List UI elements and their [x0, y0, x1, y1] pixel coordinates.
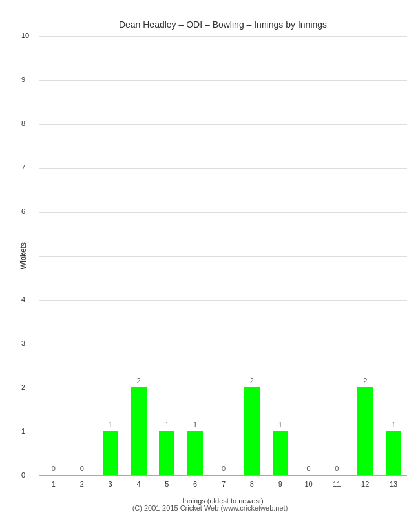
y-tick-label: 2	[21, 383, 25, 391]
y-tick-label: 5	[21, 251, 25, 259]
bar-value-label: 1	[278, 421, 282, 428]
grid-line	[39, 212, 407, 213]
bar-value-label: 0	[52, 465, 56, 472]
grid-line	[39, 256, 407, 257]
bar	[187, 431, 203, 475]
y-tick-label: 8	[21, 120, 25, 127]
bar-value-label: 2	[136, 377, 140, 385]
bar	[386, 431, 401, 475]
bar-value-label: 2	[250, 377, 254, 385]
x-tick-label: 1	[52, 480, 56, 488]
y-tick-label: 0	[21, 471, 25, 479]
y-tick-label: 1	[21, 427, 25, 435]
x-tick-label: 8	[250, 480, 254, 488]
grid-line	[39, 168, 407, 169]
grid-line	[39, 300, 407, 301]
grid-line	[39, 388, 407, 388]
y-tick-label: 7	[21, 164, 25, 171]
x-tick-label: 11	[333, 480, 341, 488]
bar-value-label: 1	[165, 421, 169, 428]
bar-value-label: 2	[363, 377, 367, 385]
bar	[273, 431, 288, 475]
bar-value-label: 1	[392, 421, 395, 428]
bar-value-label: 0	[306, 465, 310, 472]
y-tick-label: 6	[21, 207, 25, 215]
bar	[357, 387, 373, 475]
x-tick-label: 5	[165, 480, 169, 488]
bar-value-label: 1	[109, 421, 112, 428]
footer-text: (C) 2001-2015 Cricket Web (www.cricketwe…	[0, 504, 420, 512]
y-tick-label: 10	[21, 32, 29, 39]
bar-value-label: 0	[80, 465, 84, 472]
x-tick-label: 10	[304, 480, 312, 488]
x-tick-label: 2	[80, 480, 84, 488]
bar	[244, 387, 260, 475]
x-tick-label: 3	[109, 480, 112, 488]
chart-area: 0123456789101020314251617082911001101221…	[39, 36, 407, 476]
bar	[103, 431, 118, 475]
bar	[131, 387, 146, 475]
grid-line	[39, 80, 407, 81]
bar-value-label: 0	[335, 465, 339, 472]
grid-line	[39, 36, 407, 37]
x-tick-label: 13	[390, 480, 397, 488]
x-tick-label: 9	[278, 480, 282, 488]
y-tick-label: 9	[21, 76, 25, 83]
bar	[159, 431, 174, 475]
x-tick-label: 12	[361, 480, 369, 488]
grid-line	[39, 432, 407, 432]
grid-line	[39, 124, 407, 125]
x-tick-label: 6	[193, 480, 197, 488]
x-tick-label: 7	[222, 480, 226, 488]
bar-value-label: 0	[222, 465, 226, 472]
chart-container: Dean Headley – ODI – Bowling – Innings b…	[0, 0, 420, 517]
y-tick-label: 3	[21, 339, 25, 347]
bar-value-label: 1	[193, 421, 197, 428]
x-tick-label: 4	[136, 480, 140, 488]
grid-line	[39, 344, 407, 344]
y-tick-label: 4	[21, 295, 25, 303]
chart-title: Dean Headley – ODI – Bowling – Innings b…	[39, 19, 407, 30]
